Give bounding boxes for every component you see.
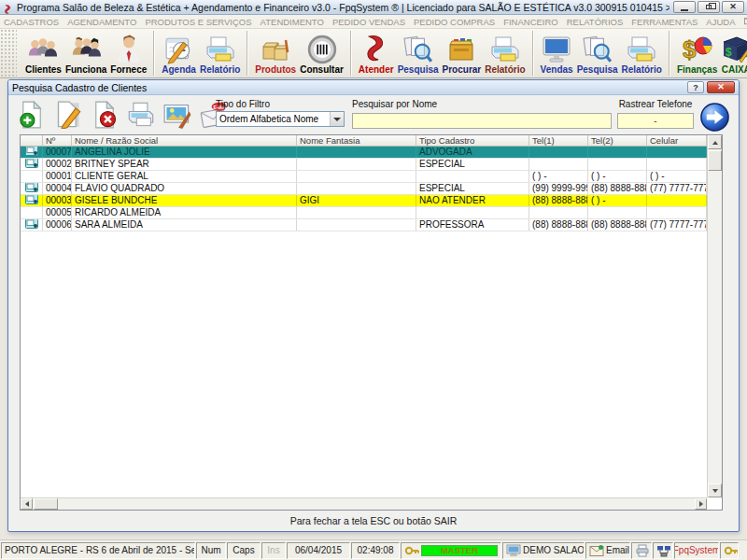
delete-record-button[interactable] <box>91 101 119 129</box>
filter-type-select[interactable]: Ordem Alfabetica Nome <box>216 111 345 127</box>
toolbar-atender-button[interactable]: Atender <box>357 35 396 76</box>
search-docs-icon <box>403 35 433 64</box>
phone-label: Rastrear Telefone <box>617 99 694 109</box>
status-caps-lock-label: Caps <box>233 545 254 555</box>
table-row[interactable]: 00003GISELE BUNDCHEGIGINAO ATENDER(88) 8… <box>21 195 707 207</box>
scroll-right-icon[interactable] <box>695 498 707 510</box>
restore-button[interactable] <box>698 1 720 13</box>
toolbar-group-0: ClientesFuncionaFornece <box>19 29 153 77</box>
menu-item-pedido-vendas[interactable]: PEDIDO VENDAS <box>332 17 405 27</box>
menu-item-pedido-compras[interactable]: PEDIDO COMPRAS <box>414 17 495 27</box>
minimize-button[interactable] <box>673 1 696 13</box>
scroll-down-icon[interactable] <box>708 483 722 497</box>
delete-record-icon <box>91 101 119 129</box>
toolbar-procurar-button[interactable]: Procurar <box>441 35 484 76</box>
cell-tel2: (88) 8888-8888 <box>588 219 647 231</box>
supplier-icon <box>114 35 144 64</box>
cell-fantasia: GIGI <box>297 195 416 206</box>
track-phone-input[interactable] <box>617 113 694 129</box>
photo-indicator-cell <box>21 159 43 170</box>
cell-tel1 <box>529 147 588 158</box>
new-record-button[interactable] <box>18 101 46 129</box>
toolbar-button-label: Clientes <box>25 64 62 76</box>
toolbar-button-label: Finanças <box>677 64 717 76</box>
toolbar-relatorio-button[interactable]: Relatório <box>620 35 664 76</box>
vscroll-thumb[interactable] <box>708 150 722 171</box>
toolbar-vendas-button[interactable]: Vendas <box>539 35 575 76</box>
toolbar-clientes-button[interactable]: Clientes <box>23 35 63 76</box>
menu-item-financeiro[interactable]: FINANCEIRO <box>503 17 558 27</box>
print-doc-icon <box>127 101 155 129</box>
menu-item-ajuda[interactable]: AJUDA <box>706 17 735 27</box>
toolbar-fornece-button[interactable]: Fornece <box>108 35 148 76</box>
search-by-name-input[interactable] <box>352 113 612 129</box>
status-num-lock-label: Num <box>201 545 220 555</box>
photo-row-icon <box>25 147 38 158</box>
toolbar-funciona-button[interactable]: Funciona <box>63 35 108 76</box>
toolbar-financas-button[interactable]: $Finanças <box>675 35 719 76</box>
toolbar-group-5: $Finanças$CAIXA$Receber$A Pagar <box>670 29 747 77</box>
table-row[interactable]: 00004FLÁVIO QUADRADOESPECIAL(99) 9999-99… <box>21 183 707 195</box>
menu-item-cadastros[interactable]: CADASTROS <box>4 17 59 27</box>
photo-button[interactable] <box>163 101 191 129</box>
status-email-label: Email <box>606 545 629 555</box>
clients-table: NºNome / Razão SocialNome FantasiaTipo C… <box>20 134 723 511</box>
menu-item-relatorios[interactable]: RELATÓRIOS <box>567 17 624 27</box>
print-button[interactable] <box>127 101 155 129</box>
cell-tipo: NAO ATENDER <box>416 195 529 206</box>
edit-record-button[interactable] <box>54 101 82 129</box>
close-button[interactable]: ✕ <box>722 1 744 13</box>
menu-item-agendamento[interactable]: AGENDAMENTO <box>67 17 136 27</box>
table-row[interactable]: 00001CLIENTE GERAL( ) -( ) -( ) - <box>21 171 707 183</box>
menu-item-produtos-e-servicos[interactable]: PRODUTOS E SERVIÇOS <box>145 17 251 27</box>
table-row[interactable]: 00007ANGELINA JOLIEADVOGADA <box>21 147 707 159</box>
horizontal-scrollbar[interactable] <box>21 497 707 510</box>
toolbar-relatorio-button[interactable]: Relatório <box>198 35 242 76</box>
table-row[interactable]: 00002BRITNEY SPEARESPECIAL <box>21 159 707 171</box>
scroll-up-icon[interactable] <box>708 135 722 149</box>
toolbar-button-label: Pesquisa <box>577 64 618 76</box>
status-key2 <box>720 542 739 559</box>
table-row[interactable]: 00006SARA ALMEIDAPROFESSORA(88) 8888-888… <box>21 219 707 231</box>
cell-tel2: ( ) - <box>588 171 647 182</box>
photo-indicator-cell <box>21 195 43 206</box>
dialog-title: Pesquisa Cadastro de Clientes <box>12 82 687 93</box>
chevron-down-icon[interactable] <box>330 112 344 126</box>
toolbar-group-3: AtenderPesquisaProcurarRelatório <box>352 29 532 77</box>
toolbar-produtos-button[interactable]: Produtos <box>253 35 298 76</box>
toolbar-pesquisa-button[interactable]: Pesquisa <box>575 35 620 76</box>
menu-item-atendimento[interactable]: ATENDIMENTO <box>261 17 324 27</box>
cell-tel2 <box>588 147 647 158</box>
go-search-button[interactable] <box>699 102 730 133</box>
dialog-help-button[interactable]: ? <box>687 81 704 93</box>
attend-icon <box>361 35 391 64</box>
toolbar-consultar-button[interactable]: Consultar <box>298 35 345 76</box>
scroll-left-icon[interactable] <box>21 498 33 510</box>
toolbar-relatorio-button[interactable]: Relatório <box>483 35 527 76</box>
cell-fantasia <box>297 171 416 182</box>
column-header-tipo-cadastro: Tipo Cadastro <box>416 135 529 147</box>
cell-num: 00006 <box>43 219 72 231</box>
search-label: Pesquisar por Nome <box>352 99 612 109</box>
dialog-close-button[interactable]: ✕ <box>707 81 735 93</box>
cell-tel1 <box>529 159 588 170</box>
cell-celular <box>647 147 707 158</box>
cell-fantasia <box>297 219 416 231</box>
toolbar-caixa-button[interactable]: $CAIXA <box>719 35 747 76</box>
status-brand: FpqSystem <box>674 542 719 559</box>
hscroll-thumb[interactable] <box>34 498 58 510</box>
mail-small-icon <box>589 544 604 557</box>
photo-indicator-cell <box>21 219 43 231</box>
table-row[interactable]: 00005RICARDO ALMEIDA <box>21 207 707 219</box>
cell-tipo: ESPECIAL <box>416 183 529 194</box>
menu-item-ferramentas[interactable]: FERRAMENTAS <box>631 17 698 27</box>
photo-indicator-cell <box>21 207 43 218</box>
cell-num: 00002 <box>43 159 72 170</box>
vertical-scrollbar[interactable] <box>707 135 722 497</box>
filter-selected-value: Ordem Alfabetica Nome <box>217 114 330 124</box>
toolbar-group-4: VendasPesquisaRelatório <box>534 29 669 77</box>
toolbar-agenda-button[interactable]: Agenda <box>160 35 198 76</box>
photo-indicator-cell <box>21 183 43 194</box>
cell-nome: FLÁVIO QUADRADO <box>72 183 297 194</box>
toolbar-pesquisa-button[interactable]: Pesquisa <box>396 35 441 76</box>
